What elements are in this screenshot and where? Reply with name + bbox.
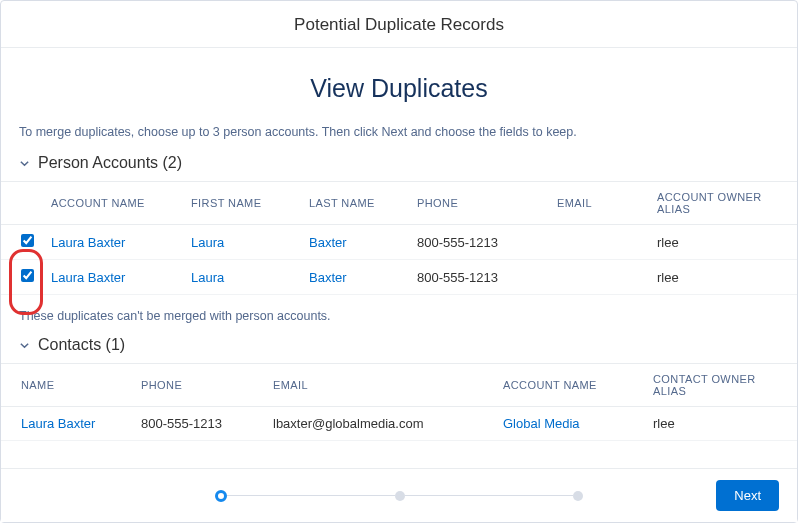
- owner-cell: rlee: [649, 260, 797, 295]
- person-accounts-header[interactable]: Person Accounts (2): [1, 149, 797, 181]
- step-line: [405, 495, 573, 496]
- step-1-dot[interactable]: [215, 490, 227, 502]
- row-checkbox[interactable]: [21, 269, 34, 282]
- modal-content: View Duplicates To merge duplicates, cho…: [1, 48, 797, 441]
- table-row: Laura Baxter 800-555-1213 lbaxter@global…: [1, 407, 797, 441]
- progress-stepper: [215, 490, 583, 502]
- next-button[interactable]: Next: [716, 480, 779, 511]
- table-header-row: ACCOUNT NAME FIRST NAME LAST NAME PHONE …: [1, 182, 797, 225]
- col-first-name: FIRST NAME: [183, 182, 301, 225]
- chevron-down-icon: [19, 155, 30, 173]
- modal-title: Potential Duplicate Records: [1, 1, 797, 48]
- phone-cell: 800-555-1213: [133, 407, 265, 441]
- table-header-row: NAME PHONE EMAIL ACCOUNT NAME CONTACT OW…: [1, 364, 797, 407]
- col-email: EMAIL: [549, 182, 649, 225]
- account-name-link[interactable]: Laura Baxter: [51, 235, 125, 250]
- person-accounts-table: ACCOUNT NAME FIRST NAME LAST NAME PHONE …: [1, 182, 797, 295]
- contacts-table: NAME PHONE EMAIL ACCOUNT NAME CONTACT OW…: [1, 364, 797, 441]
- col-owner-alias: CONTACT OWNER ALIAS: [645, 364, 797, 407]
- first-name-link[interactable]: Laura: [191, 235, 224, 250]
- step-line: [227, 495, 395, 496]
- col-owner-alias: ACCOUNT OWNER ALIAS: [649, 182, 797, 225]
- table-row: Laura Baxter Laura Baxter 800-555-1213 r…: [1, 260, 797, 295]
- col-last-name: LAST NAME: [301, 182, 409, 225]
- first-name-link[interactable]: Laura: [191, 270, 224, 285]
- col-checkbox: [1, 182, 43, 225]
- col-account-name: ACCOUNT NAME: [43, 182, 183, 225]
- email-cell: lbaxter@globalmedia.com: [265, 407, 495, 441]
- person-accounts-label: Person Accounts (2): [38, 154, 182, 172]
- step-3-dot[interactable]: [573, 491, 583, 501]
- page-title: View Duplicates: [1, 48, 797, 125]
- contacts-label: Contacts (1): [38, 336, 125, 354]
- phone-cell: 800-555-1213: [409, 225, 549, 260]
- contacts-header[interactable]: Contacts (1): [1, 331, 797, 363]
- modal-footer: Next: [1, 468, 797, 522]
- owner-cell: rlee: [649, 225, 797, 260]
- instructions-text: To merge duplicates, choose up to 3 pers…: [1, 125, 797, 149]
- col-phone: PHONE: [133, 364, 265, 407]
- step-2-dot[interactable]: [395, 491, 405, 501]
- col-name: NAME: [1, 364, 133, 407]
- contact-name-link[interactable]: Laura Baxter: [21, 416, 95, 431]
- account-link[interactable]: Global Media: [503, 416, 580, 431]
- owner-cell: rlee: [645, 407, 797, 441]
- table-row: Laura Baxter Laura Baxter 800-555-1213 r…: [1, 225, 797, 260]
- col-email: EMAIL: [265, 364, 495, 407]
- last-name-link[interactable]: Baxter: [309, 235, 347, 250]
- chevron-down-icon: [19, 337, 30, 355]
- account-name-link[interactable]: Laura Baxter: [51, 270, 125, 285]
- col-phone: PHONE: [409, 182, 549, 225]
- col-account-name: ACCOUNT NAME: [495, 364, 645, 407]
- email-cell: [549, 225, 649, 260]
- last-name-link[interactable]: Baxter: [309, 270, 347, 285]
- email-cell: [549, 260, 649, 295]
- merge-note: These duplicates can't be merged with pe…: [1, 295, 797, 331]
- duplicate-records-modal: Potential Duplicate Records View Duplica…: [0, 0, 798, 523]
- row-checkbox[interactable]: [21, 234, 34, 247]
- phone-cell: 800-555-1213: [409, 260, 549, 295]
